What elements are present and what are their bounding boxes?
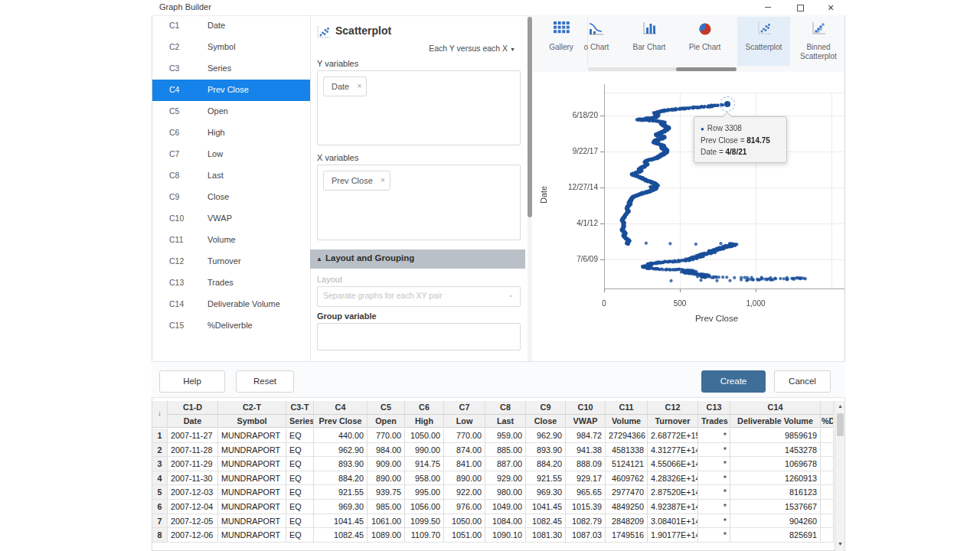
row-number[interactable]: 6 <box>152 500 168 514</box>
table-cell[interactable]: 770.00 <box>444 429 485 443</box>
table-cell[interactable]: 27294366 <box>606 429 648 443</box>
table-cell[interactable]: 1061.00 <box>368 514 405 529</box>
table-cell[interactable]: 440.00 <box>314 429 368 443</box>
table-cell[interactable]: 1749516 <box>606 528 648 543</box>
variable-row-c12[interactable]: C12Turnover <box>152 251 310 272</box>
column-id-C12[interactable]: C12 <box>648 401 698 415</box>
table-cell[interactable]: 1050.00 <box>405 429 444 443</box>
gallery-tile-pie-chart[interactable]: Pie Chart <box>677 17 733 66</box>
table-cell[interactable]: MUNDRAPORT <box>218 443 286 458</box>
cancel-button[interactable]: Cancel <box>774 370 831 393</box>
minimize-icon[interactable] <box>763 3 773 13</box>
column-id-C13[interactable]: C13 <box>698 401 730 415</box>
variable-row-c11[interactable]: C11Volume <box>152 230 310 251</box>
row-number[interactable]: 7 <box>152 514 168 529</box>
table-cell[interactable]: 1.90177E+14 <box>648 528 698 543</box>
table-cell[interactable]: * <box>698 528 730 543</box>
table-cell[interactable]: 959.00 <box>485 429 526 443</box>
column-name-C2-T[interactable]: Symbol <box>218 415 286 428</box>
table-cell[interactable]: 922.00 <box>444 485 485 500</box>
table-cell[interactable] <box>821 514 834 529</box>
table-cell[interactable]: 990.00 <box>405 443 444 458</box>
table-cell[interactable]: MUNDRAPORT <box>218 528 286 543</box>
table-cell[interactable]: 890.00 <box>368 471 405 486</box>
table-cell[interactable]: 929.17 <box>566 471 606 486</box>
table-cell[interactable]: 2007-12-06 <box>168 528 218 543</box>
column-id-partial[interactable] <box>821 401 834 415</box>
table-cell[interactable]: 1099.50 <box>405 514 444 529</box>
table-cell[interactable]: EQ <box>286 514 314 529</box>
table-cell[interactable]: 816123 <box>730 485 821 500</box>
table-cell[interactable]: 995.00 <box>405 485 444 500</box>
column-id-C5[interactable]: C5 <box>368 401 405 415</box>
variable-row-c10[interactable]: C10VWAP <box>152 208 310 230</box>
row-number[interactable]: 4 <box>152 471 168 486</box>
table-cell[interactable] <box>821 485 834 500</box>
column-id-C1-D[interactable]: C1-D <box>168 401 218 415</box>
column-id-C11[interactable]: C11 <box>606 401 648 415</box>
table-cell[interactable]: * <box>698 443 730 458</box>
table-cell[interactable]: * <box>698 471 730 486</box>
table-cell[interactable]: 941.38 <box>566 443 606 458</box>
table-cell[interactable]: 874.00 <box>444 443 485 458</box>
column-name-C1-D[interactable]: Date <box>168 415 218 428</box>
column-name-C12[interactable]: Turnover <box>648 415 698 428</box>
table-cell[interactable]: * <box>698 429 730 443</box>
column-id-C8[interactable]: C8 <box>485 401 526 415</box>
table-cell[interactable]: 4.92387E+14 <box>648 500 698 514</box>
table-cell[interactable]: 1090.10 <box>485 528 526 543</box>
table-cell[interactable] <box>821 471 834 486</box>
table-cell[interactable]: 2007-12-05 <box>168 514 218 529</box>
table-cell[interactable]: 893.90 <box>314 457 368 471</box>
table-cell[interactable]: 1537667 <box>730 500 821 514</box>
row-number[interactable]: 3 <box>152 457 168 471</box>
column-name-C13[interactable]: Trades <box>698 415 730 428</box>
table-cell[interactable]: 1109.70 <box>405 528 444 543</box>
table-cell[interactable]: 2848209 <box>606 514 648 529</box>
table-cell[interactable]: 5124121 <box>606 457 648 471</box>
table-cell[interactable]: 1089.00 <box>368 528 405 543</box>
table-cell[interactable]: 2977470 <box>606 485 648 500</box>
table-cell[interactable]: 904260 <box>730 514 821 529</box>
mode-selector-dropdown[interactable]: Each Y versus each X ▼ <box>318 44 515 53</box>
table-cell[interactable]: 841.00 <box>444 457 485 471</box>
table-cell[interactable]: 2007-11-27 <box>168 429 218 443</box>
column-name-C4[interactable]: Prev Close <box>314 415 368 428</box>
table-cell[interactable]: 984.00 <box>368 443 405 458</box>
table-cell[interactable]: 2007-11-30 <box>168 471 218 486</box>
column-name-C3-T[interactable]: Series <box>286 415 314 428</box>
table-cell[interactable]: 921.55 <box>526 471 566 486</box>
table-cell[interactable]: EQ <box>286 443 314 458</box>
row-number[interactable]: 2 <box>152 443 168 458</box>
table-cell[interactable] <box>821 457 834 471</box>
column-name-C8[interactable]: Last <box>485 415 526 428</box>
table-cell[interactable]: EQ <box>286 457 314 471</box>
table-cell[interactable]: 2007-11-28 <box>168 443 218 458</box>
table-cell[interactable]: 884.20 <box>526 457 566 471</box>
y-variables-box[interactable]: Date× <box>317 70 521 145</box>
gallery-tile-bar-chart[interactable]: Bar Chart <box>622 17 677 66</box>
restore-icon[interactable] <box>795 3 805 13</box>
table-cell[interactable]: MUNDRAPORT <box>218 471 286 486</box>
column-id-C14[interactable]: C14 <box>730 401 821 415</box>
table-cell[interactable]: 3.08401E+14 <box>648 514 698 529</box>
table-cell[interactable]: 969.30 <box>314 500 368 514</box>
table-cell[interactable]: 4.31277E+14 <box>648 443 698 458</box>
table-corner-cell[interactable]: ↓ <box>152 401 168 428</box>
table-cell[interactable]: 825691 <box>730 528 821 543</box>
table-cell[interactable]: 914.75 <box>405 457 444 471</box>
table-cell[interactable]: 9859619 <box>730 429 821 443</box>
variable-row-c4[interactable]: C4Prev Close <box>152 80 310 101</box>
table-cell[interactable]: 962.90 <box>526 429 566 443</box>
column-id-C7[interactable]: C7 <box>444 401 485 415</box>
table-cell[interactable]: 4609762 <box>606 471 648 486</box>
table-cell[interactable]: * <box>698 485 730 500</box>
gallery-tile-binned-scatterplot[interactable]: Binned Scatterplot <box>792 17 844 66</box>
table-cell[interactable]: * <box>698 500 730 514</box>
column-id-C10[interactable]: C10 <box>566 401 606 415</box>
table-cell[interactable]: MUNDRAPORT <box>218 485 286 500</box>
reset-button[interactable]: Reset <box>236 370 294 393</box>
layout-grouping-header[interactable]: ▲ Layout and Grouping <box>310 249 525 269</box>
table-cell[interactable]: 1049.00 <box>485 500 526 514</box>
column-id-C6[interactable]: C6 <box>405 401 444 415</box>
